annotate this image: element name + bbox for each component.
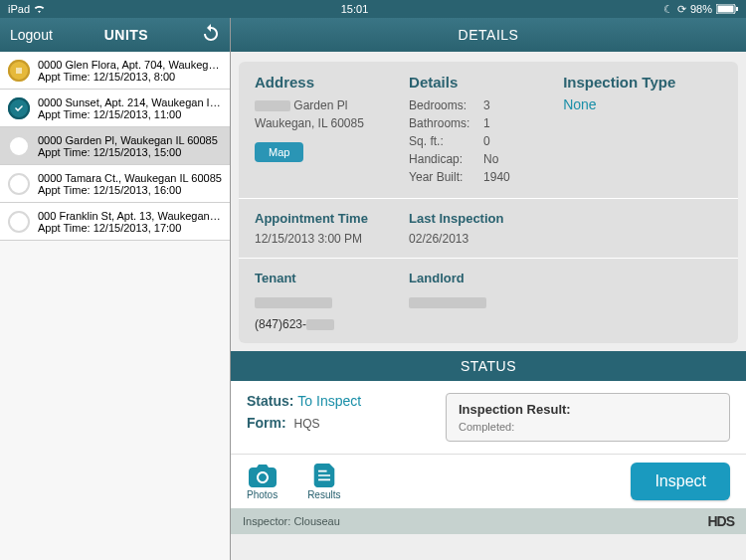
inspector-label: Inspector: [243, 515, 290, 527]
status-value[interactable]: To Inspect [297, 393, 361, 409]
detail-row: Bathrooms:1 [409, 114, 563, 132]
status-band: STATUS [231, 351, 746, 381]
details-header: DETAILS [231, 18, 746, 52]
details-kv-label: Details [409, 74, 563, 91]
detail-value: 0 [483, 132, 490, 150]
landlord-name-redacted [409, 297, 486, 308]
unit-title: 0000 Tamara Ct., Waukegan IL 60085 [38, 172, 222, 184]
battery-icon [716, 4, 738, 14]
detail-key: Bathrooms: [409, 114, 483, 132]
address-line2: Waukegan, IL 60085 [255, 114, 409, 132]
unit-item[interactable]: 0000 Glen Flora, Apt. 704, Waukegan...Ap… [0, 52, 230, 90]
status-circle-icon [8, 60, 30, 82]
photos-label: Photos [247, 489, 278, 500]
landlord-label: Landlord [409, 271, 722, 285]
svg-rect-3 [16, 68, 22, 74]
sidebar: Logout UNITS 0000 Glen Flora, Apt. 704, … [0, 18, 231, 560]
appointment-label: Appointment Time [255, 211, 409, 226]
unit-subtitle: Appt Time: 12/15/2013, 15:00 [38, 146, 222, 158]
detail-key: Year Built: [409, 168, 483, 186]
tenant-phone: (847)623- [255, 317, 409, 331]
main-panel: DETAILS Address Garden Pl Waukegan, IL 6… [231, 18, 746, 560]
inspection-type-label: Inspection Type [563, 74, 717, 91]
hds-logo: HDS [707, 513, 734, 529]
details-card: Address Garden Pl Waukegan, IL 60085 Map… [239, 62, 738, 343]
tenant-name-redacted [255, 297, 332, 308]
appointment-value: 12/15/2013 3:00 PM [255, 232, 409, 246]
detail-row: Bedrooms:3 [409, 96, 563, 114]
status-section: Status: To Inspect Form: HQS Inspection … [231, 381, 746, 454]
detail-key: Sq. ft.: [409, 132, 483, 150]
device-label: iPad [8, 3, 30, 15]
wifi-icon [33, 4, 46, 14]
last-inspection-value: 02/26/2013 [409, 232, 722, 246]
refresh-icon [202, 24, 220, 42]
svg-rect-1 [718, 6, 734, 13]
refresh-button[interactable] [200, 24, 220, 46]
unit-title: 0000 Garden Pl, Waukegan IL 60085 [38, 134, 222, 146]
sidebar-header: Logout UNITS [0, 18, 230, 52]
detail-key: Handicap: [409, 150, 483, 168]
unit-subtitle: Appt Time: 12/15/2013, 11:00 [38, 108, 222, 120]
detail-key: Bedrooms: [409, 96, 483, 114]
do-not-disturb-icon: ☾ [663, 3, 673, 16]
inspect-button[interactable]: Inspect [631, 463, 730, 500]
results-label: Results [307, 489, 340, 500]
inspection-type-value[interactable]: None [563, 96, 717, 112]
action-bar: Photos Results Inspect [231, 454, 746, 508]
form-label: Form: [247, 415, 286, 431]
detail-value: 1940 [483, 168, 510, 186]
tenant-label: Tenant [255, 271, 409, 285]
detail-value: 1 [483, 114, 490, 132]
ios-status-bar: iPad 15:01 ☾ ⟳ 98% [0, 0, 746, 18]
unit-title: 0000 Glen Flora, Apt. 704, Waukegan... [38, 59, 222, 71]
document-icon [310, 464, 338, 487]
unit-item[interactable]: 0000 Tamara Ct., Waukegan IL 60085Appt T… [0, 165, 230, 203]
form-value: HQS [294, 417, 320, 431]
detail-value: 3 [483, 96, 490, 114]
last-inspection-label: Last Inspection [409, 211, 722, 226]
detail-row: Sq. ft.:0 [409, 132, 563, 150]
sidebar-title: UNITS [53, 27, 200, 43]
battery-percent: 98% [690, 3, 712, 15]
unit-item[interactable]: 000 Franklin St, Apt. 13, Waukegan IL...… [0, 203, 230, 241]
status-circle-icon [8, 211, 30, 233]
address-label: Address [255, 74, 409, 91]
camera-icon [249, 464, 277, 487]
results-button[interactable]: Results [307, 464, 340, 500]
unit-list[interactable]: 0000 Glen Flora, Apt. 704, Waukegan...Ap… [0, 52, 230, 560]
unit-item[interactable]: 0000 Garden Pl, Waukegan IL 60085Appt Ti… [0, 127, 230, 165]
orientation-lock-icon: ⟳ [677, 3, 686, 16]
unit-title: 0000 Sunset, Apt. 214, Waukegan IL... [38, 96, 222, 108]
detail-row: Handicap:No [409, 150, 563, 168]
unit-subtitle: Appt Time: 12/15/2013, 16:00 [38, 184, 222, 196]
unit-subtitle: Appt Time: 12/15/2013, 17:00 [38, 222, 222, 234]
status-circle-icon [8, 135, 30, 157]
photos-button[interactable]: Photos [247, 464, 278, 500]
status-circle-icon [8, 173, 30, 195]
address-line1: Garden Pl [255, 96, 409, 114]
unit-title: 000 Franklin St, Apt. 13, Waukegan IL... [38, 210, 222, 222]
svg-rect-2 [736, 7, 738, 11]
detail-row: Year Built:1940 [409, 168, 563, 186]
inspection-result-box: Inspection Result: Completed: [446, 393, 730, 442]
map-button[interactable]: Map [255, 142, 303, 162]
inspector-name: Clouseau [293, 515, 339, 527]
unit-subtitle: Appt Time: 12/15/2013, 8:00 [38, 71, 222, 83]
footer: Inspector: Clouseau HDS [231, 508, 746, 534]
result-title: Inspection Result: [459, 402, 717, 417]
clock: 15:01 [46, 3, 663, 15]
status-circle-icon [8, 97, 30, 119]
detail-value: No [483, 150, 498, 168]
logout-button[interactable]: Logout [10, 27, 53, 43]
unit-item[interactable]: 0000 Sunset, Apt. 214, Waukegan IL...App… [0, 90, 230, 127]
result-completed: Completed: [459, 421, 717, 433]
status-label: Status: [247, 393, 293, 409]
